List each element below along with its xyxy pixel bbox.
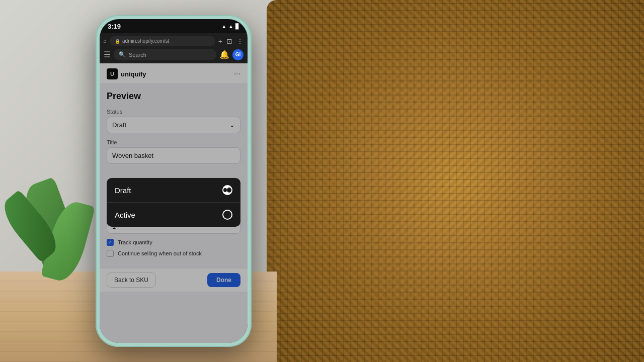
phone-notch xyxy=(148,19,199,25)
url-text: admin.shopify.com/st xyxy=(122,38,210,44)
status-icons: ▲ ▲ ▊ xyxy=(221,24,239,29)
phone-case: 3:19 ▲ ▲ ▊ ⌂ 🔒 admin.sh xyxy=(96,15,252,347)
active-radio-unselected xyxy=(222,210,232,220)
phone-device: 3:19 ▲ ▲ ▊ ⌂ 🔒 admin.sh xyxy=(96,15,252,347)
basket-texture xyxy=(267,0,644,362)
lock-icon: 🔒 xyxy=(115,39,120,44)
status-dropdown: Draft Active xyxy=(107,178,240,227)
scrollable-content: U uniquify ··· Preview Status Draft xyxy=(100,63,248,343)
nav-hamburger-icon[interactable]: ☰ xyxy=(104,50,111,59)
home-icon[interactable]: ⌂ xyxy=(104,38,107,44)
plant xyxy=(0,136,101,312)
browser-menu-icon[interactable]: ⋮ xyxy=(236,37,244,45)
scene: 3:19 ▲ ▲ ▊ ⌂ 🔒 admin.sh xyxy=(0,0,644,362)
browser-actions: + ⊡ ⋮ xyxy=(218,37,244,45)
browser-search-row: ☰ 🔍 Search 🔔 GI xyxy=(104,49,244,60)
search-text: Search xyxy=(129,52,146,58)
phone-screen: 3:19 ▲ ▲ ▊ ⌂ 🔒 admin.sh xyxy=(100,19,248,343)
browser-chrome: ⌂ 🔒 admin.shopify.com/st + ⊡ ⋮ xyxy=(100,33,248,63)
battery-icon: ▊ xyxy=(235,24,239,29)
add-tab-icon[interactable]: + xyxy=(218,37,222,45)
status-time: 3:19 xyxy=(108,23,121,30)
search-icon: 🔍 xyxy=(119,51,126,58)
signal-icon: ▲ xyxy=(221,24,226,29)
wifi-icon: ▲ xyxy=(228,24,233,29)
notification-icon[interactable]: 🔔 xyxy=(219,50,229,59)
browser-tab-row: ⌂ 🔒 admin.shopify.com/st + ⊡ ⋮ xyxy=(104,36,244,46)
search-box[interactable]: 🔍 Search xyxy=(114,49,216,60)
dropdown-option-draft[interactable]: Draft xyxy=(107,178,240,203)
phone-screen-container: 3:19 ▲ ▲ ▊ ⌂ 🔒 admin.sh xyxy=(100,19,248,343)
basket-background xyxy=(267,0,644,362)
draft-option-label: Draft xyxy=(115,186,131,195)
tab-count-icon[interactable]: ⊡ xyxy=(226,37,232,45)
user-avatar[interactable]: GI xyxy=(232,49,244,60)
dropdown-option-active[interactable]: Active xyxy=(107,203,240,227)
address-bar[interactable]: 🔒 admin.shopify.com/st xyxy=(110,36,215,46)
draft-radio-selected xyxy=(222,185,232,195)
active-option-label: Active xyxy=(115,211,135,219)
